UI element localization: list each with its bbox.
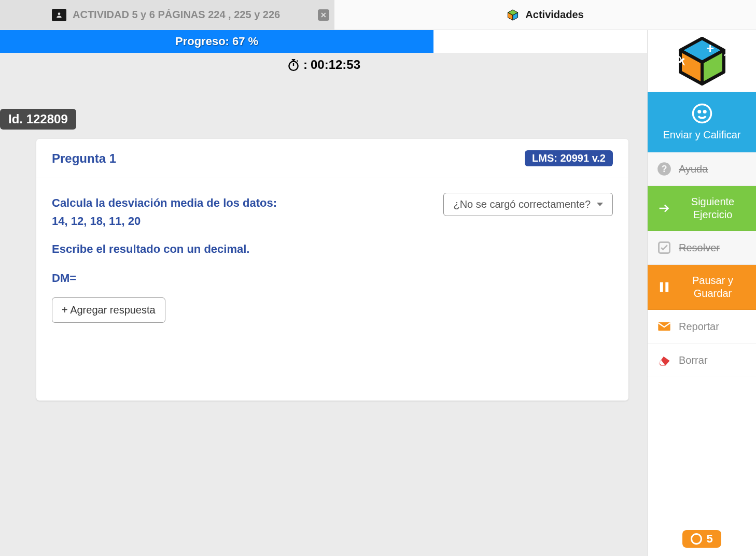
progress-bar: Progreso: 67 % [0, 30, 647, 53]
help-label: Ayuda [679, 163, 747, 176]
footer-count-badge[interactable]: 5 [682, 530, 721, 548]
stopwatch-icon [287, 58, 300, 72]
solve-label: Resolver [679, 241, 747, 254]
erase-label: Borrar [679, 354, 747, 367]
tab-activities[interactable]: Actividades [334, 0, 756, 30]
person-badge-icon [52, 9, 66, 21]
logo: x T + [648, 30, 756, 92]
svg-line-8 [297, 61, 298, 62]
next-label: Siguiente Ejercicio [679, 195, 747, 221]
report-label: Reportar [679, 320, 747, 333]
next-exercise-button[interactable]: Siguiente Ejercicio [648, 186, 756, 231]
question-instruction: Escribe el resultado con un decimal. [52, 243, 613, 256]
question-title: Pregunta 1 [52, 151, 116, 166]
cube-icon [507, 9, 519, 21]
cube-logo-icon: x T + [676, 35, 728, 87]
question-prompt: Calcula la desviación media de los datos… [52, 194, 285, 230]
main-content: Progreso: 67 % : 00:12:53 Id. 122809 Pre… [0, 30, 647, 556]
question-body: ¿No se cargó correctamente? Calcula la d… [36, 178, 628, 401]
timer-value: 00:12:53 [311, 58, 360, 72]
close-icon[interactable]: ✕ [318, 9, 329, 21]
smile-icon [691, 103, 713, 124]
chevron-down-icon [597, 203, 603, 206]
progress-fill: Progreso: 67 % [0, 30, 433, 53]
load-error-label: ¿No se cargó correctamente? [453, 198, 591, 210]
tab-activity[interactable]: ACTIVIDAD 5 y 6 PÁGINAS 224 , 225 y 226 … [0, 0, 334, 30]
pause-label: Pausar y Guardar [679, 274, 747, 300]
submit-button[interactable]: Enviar y Calificar [648, 92, 756, 152]
question-header: Pregunta 1 LMS: 20991 v.2 [36, 139, 628, 178]
help-button: ? Ayuda [648, 152, 756, 186]
timer-colon: : [303, 58, 307, 72]
svg-point-0 [58, 12, 61, 15]
erase-button[interactable]: Borrar [648, 344, 756, 377]
tab-bar: ACTIVIDAD 5 y 6 PÁGINAS 224 , 225 y 226 … [0, 0, 756, 30]
svg-rect-22 [665, 282, 668, 292]
timer-row: : 00:12:53 [0, 53, 647, 77]
lms-badge: LMS: 20991 v.2 [525, 150, 613, 166]
svg-text:?: ? [662, 164, 667, 174]
tab-activities-label: Actividades [525, 9, 583, 21]
dm-label: DM= [52, 272, 613, 285]
progress-label: Progreso: 67 % [175, 35, 258, 48]
tab-activity-title: ACTIVIDAD 5 y 6 PÁGINAS 224 , 225 y 226 [73, 9, 280, 21]
pause-icon [657, 280, 671, 294]
help-icon: ? [657, 162, 671, 176]
pause-save-button[interactable]: Pausar y Guardar [648, 265, 756, 310]
load-error-dropdown[interactable]: ¿No se cargó correctamente? [443, 193, 613, 216]
add-answer-label: + Agregar respuesta [62, 304, 156, 316]
add-answer-button[interactable]: + Agregar respuesta [52, 297, 165, 323]
svg-point-17 [704, 111, 706, 113]
footer-count: 5 [706, 532, 712, 546]
exercise-id-badge: Id. 122809 [0, 109, 76, 130]
sidebar: x T + Enviar y Calificar ? Ayuda Siguien… [647, 30, 756, 556]
check-square-icon [657, 240, 671, 255]
report-button[interactable]: Reportar [648, 310, 756, 344]
svg-text:+: + [706, 40, 714, 56]
eraser-icon [657, 353, 671, 367]
footer-badge-row: 5 [648, 522, 756, 556]
submit-label: Enviar y Calificar [663, 129, 740, 141]
svg-point-15 [693, 105, 711, 123]
solve-button: Resolver [648, 231, 756, 265]
svg-rect-21 [660, 282, 663, 292]
arrow-right-icon [657, 201, 671, 216]
ring-icon [691, 533, 702, 545]
svg-point-16 [698, 111, 701, 113]
question-card: Pregunta 1 LMS: 20991 v.2 ¿No se cargó c… [36, 139, 628, 401]
mail-icon [657, 319, 671, 334]
